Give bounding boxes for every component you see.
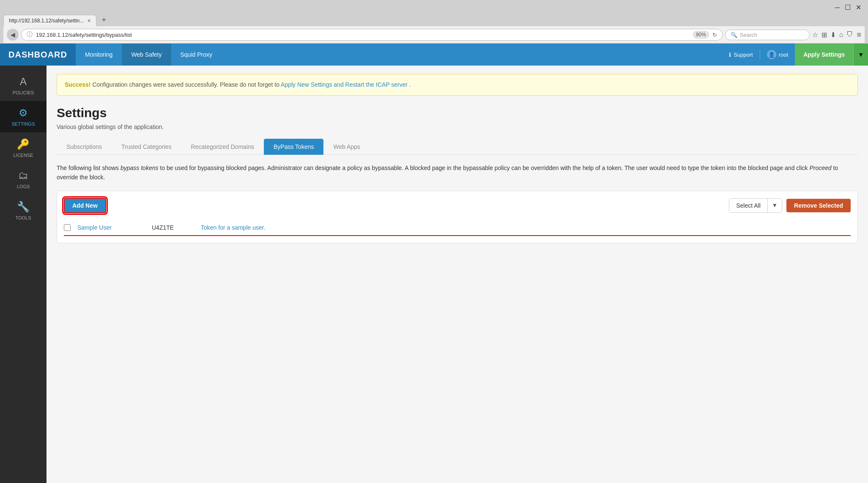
brand-logo: DASHBOARD [0,44,76,66]
page-title: Settings [57,106,858,120]
settings-icon: ⚙ [19,107,28,119]
tools-icon: 🔧 [17,201,30,213]
maximize-button[interactable]: ☐ [845,3,851,11]
top-nav: DASHBOARD Monitoring Web Safety Squid Pr… [0,44,868,66]
add-new-button[interactable]: Add New [64,198,106,213]
browser-tabs: http://192.168.1.12/safety/settin... ✕ + [3,14,865,26]
nav-item-web-safety[interactable]: Web Safety [122,44,171,66]
apply-settings-arrow-icon: ▼ [858,51,864,58]
browser-chrome: ─ ☐ ✕ http://192.168.1.12/safety/settin.… [0,0,868,44]
sidebar-item-policies[interactable]: A POLICIES [0,70,47,101]
sidebar-item-settings[interactable]: ⚙ SETTINGS [0,101,47,132]
tab-web-apps[interactable]: Web Apps [323,139,370,155]
page-description: Various global settings of the applicati… [57,123,858,130]
apply-settings-dropdown[interactable]: ▼ [853,44,868,66]
alert-text1: Configuration changes were saved success… [92,81,281,88]
alert-text2: . [409,81,411,88]
close-window-button[interactable]: ✕ [856,3,861,11]
toolbar-icons: ☆ ⊞ ⬇ ⌂ ⛉ ≡ [812,30,861,39]
nav-item-monitoring[interactable]: Monitoring [76,44,122,66]
tab-recategorized-domains[interactable]: Recategorized Domains [181,139,264,155]
shield-browser-icon[interactable]: ⛉ [846,31,853,38]
app-container: DASHBOARD Monitoring Web Safety Squid Pr… [0,44,868,483]
clipboard-icon[interactable]: ⊞ [821,31,827,39]
nav-items: Monitoring Web Safety Squid Proxy [76,44,222,66]
search-bar[interactable]: 🔍 Search [725,30,810,40]
token-checkbox[interactable] [64,224,71,231]
browser-toolbar: ◀ ⓘ 192.168.1.12/safety/settings/bypass/… [3,26,865,44]
select-all-dropdown-button[interactable]: ▼ [767,199,782,212]
user-label: root [779,52,788,58]
back-button[interactable]: ◀ [7,29,19,41]
download-icon[interactable]: ⬇ [830,31,836,39]
select-all-group: Select All ▼ [729,198,782,213]
reload-button[interactable]: ↻ [712,32,717,38]
nav-right: ℹ Support 👤 root Apply Settings ▼ [722,44,868,66]
search-placeholder: Search [740,32,757,38]
tab-url-text: http://192.168.1.12/safety/settin... [9,18,84,24]
tab-bypass-tokens[interactable]: ByPass Tokens [264,139,323,155]
logs-icon: 🗂 [18,170,28,181]
sidebar-item-logs[interactable]: 🗂 LOGS [0,164,47,195]
tab-close-button[interactable]: ✕ [87,18,91,24]
table-row: Sample User U4Z1TE Token for a sample us… [64,220,851,236]
sidebar-item-tools[interactable]: 🔧 TOOLS [0,195,47,226]
search-icon: 🔍 [731,32,737,38]
token-name[interactable]: Sample User [77,224,145,231]
url-text: 192.168.1.12/safety/settings/bypass/list [36,32,690,38]
new-tab-button[interactable]: + [98,14,110,26]
bookmark-icon[interactable]: ☆ [812,31,818,39]
info-icon: ⓘ [27,31,33,38]
tab-subscriptions[interactable]: Subscriptions [57,139,112,155]
settings-tabs: Subscriptions Trusted Categories Recateg… [57,139,858,155]
support-button[interactable]: ℹ Support [722,52,760,58]
nav-item-squid-proxy[interactable]: Squid Proxy [171,44,222,66]
policies-icon: A [20,76,27,88]
token-toolbar: Add New Select All ▼ Remove Selected [64,198,851,213]
token-card: Add New Select All ▼ Remove Selected Sam… [57,191,858,243]
select-all-button[interactable]: Select All [729,199,767,212]
sidebar-label-policies: POLICIES [13,90,34,95]
tab-trusted-categories[interactable]: Trusted Categories [112,139,181,155]
token-value: U4Z1TE [152,224,194,231]
home-icon[interactable]: ⌂ [839,31,843,38]
sidebar-label-logs: LOGS [17,184,30,189]
bypass-description: The following list shows bypass tokens t… [57,163,858,182]
apply-settings-button[interactable]: Apply Settings [795,44,853,66]
sidebar-label-settings: SETTINGS [11,121,35,126]
minimize-button[interactable]: ─ [835,4,840,11]
titlebar: ─ ☐ ✕ [3,3,865,14]
license-icon: 🔑 [17,138,30,150]
address-bar[interactable]: ⓘ 192.168.1.12/safety/settings/bypass/li… [21,29,723,41]
token-desc[interactable]: Token for a sample user. [201,224,266,231]
apply-settings-label: Apply Settings [803,51,845,58]
menu-icon[interactable]: ≡ [857,30,861,39]
active-tab[interactable]: http://192.168.1.12/safety/settin... ✕ [3,15,96,26]
remove-selected-button[interactable]: Remove Selected [786,199,851,212]
support-label: Support [734,52,753,58]
main-layout: A POLICIES ⚙ SETTINGS 🔑 LICENSE 🗂 LOGS 🔧… [0,66,868,483]
sidebar-label-license: LICENSE [13,153,33,158]
success-alert: Success! Configuration changes were save… [57,74,858,96]
main-content: Success! Configuration changes were save… [47,66,868,483]
avatar-icon: 👤 [767,50,776,59]
zoom-level[interactable]: 90% [693,31,709,38]
support-icon: ℹ [729,52,731,58]
user-button[interactable]: 👤 root [760,50,795,59]
alert-bold-text: Success! [65,81,90,88]
sidebar-item-license[interactable]: 🔑 LICENSE [0,132,47,164]
sidebar: A POLICIES ⚙ SETTINGS 🔑 LICENSE 🗂 LOGS 🔧… [0,66,47,483]
sidebar-label-tools: TOOLS [15,215,31,220]
alert-link[interactable]: Apply New Settings and Restart the ICAP … [281,81,408,88]
